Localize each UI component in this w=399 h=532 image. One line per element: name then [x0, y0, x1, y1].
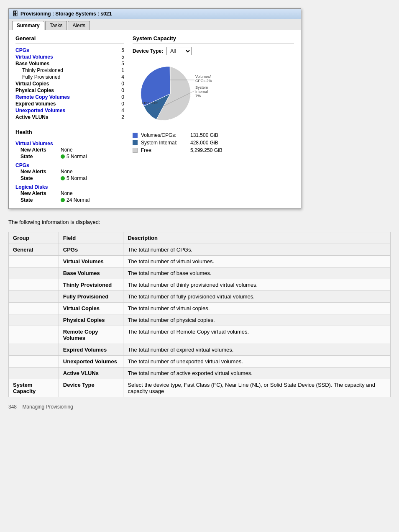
info-table: Group Field Description GeneralCPGsThe t… [8, 232, 391, 397]
table-cell-group [9, 303, 59, 314]
table-row: Unexported VolumesThe total number of un… [9, 356, 391, 368]
table-cell-group [9, 344, 59, 356]
device-type-select[interactable]: All FC NL SSD [166, 47, 192, 55]
table-cell-description: The total number of thinly provisioned v… [123, 279, 391, 291]
health-row: New Alerts None [15, 146, 124, 153]
stat-row: CPGs 5 [15, 47, 124, 54]
health-row: State 24 Normal [15, 197, 124, 203]
tab-summary[interactable]: Summary [12, 21, 44, 30]
table-cell-field: Virtual Volumes [59, 256, 123, 267]
table-cell-description: Select the device type, Fast Class (FC),… [123, 379, 391, 397]
stat-label-virtual-volumes[interactable]: Virtual Volumes [15, 54, 53, 60]
stat-label-unexported[interactable]: Unexported Volumes [15, 108, 65, 113]
legend-value-volumes: 131.500 GiB [190, 132, 218, 138]
health-section: Health Virtual Volumes New Alerts None S… [15, 129, 124, 203]
health-row: State 5 Normal [15, 175, 124, 182]
legend-name-volumes: Volumes/CPGs: [141, 132, 187, 138]
health-group-logical-disks: Logical Disks [15, 184, 124, 190]
pie-label-volumes-line1: Volumes/ [195, 75, 211, 79]
table-cell-description: The total number of unexported virtual v… [123, 356, 391, 368]
table-cell-field: Physical Copies [59, 314, 123, 326]
window-titlebar: 🗄 Provisioning : Storage Systems : s021 [9, 9, 301, 19]
table-cell-description: The total number of expired virtual volu… [123, 344, 391, 356]
pie-label-free: Free 90% [142, 101, 158, 105]
page-number: 348 [8, 404, 17, 410]
table-header-group: Group [9, 232, 59, 244]
table-cell-field: CPGs [59, 244, 123, 256]
table-cell-field: Virtual Copies [59, 303, 123, 314]
table-row: Thinly ProvisionedThe total number of th… [9, 279, 391, 291]
pie-chart-container: Free 90% Volumes/ CPGs 2% System Interna… [133, 60, 241, 127]
main-window: 🗄 Provisioning : Storage Systems : s021 … [8, 8, 301, 209]
health-label: New Alerts [20, 169, 58, 175]
table-row: Virtual VolumesThe total number of virtu… [9, 256, 391, 267]
stat-label-remote-copy[interactable]: Remote Copy Volumes [15, 94, 70, 100]
body-text: The following information is displayed: [8, 219, 391, 225]
legend-value-system: 428.000 GiB [190, 140, 218, 146]
system-capacity-title: System Capacity [133, 35, 294, 44]
health-label: State [20, 154, 58, 159]
table-row: GeneralCPGsThe total number of CPGs. [9, 244, 391, 256]
stat-value-base-volumes: 5 [112, 61, 124, 67]
pie-chart: Free 90% Volumes/ CPGs 2% System Interna… [133, 60, 216, 127]
stat-label-physical-copies: Physical Copies [15, 87, 54, 93]
table-cell-field: Expired Volumes [59, 344, 123, 356]
stat-value-expired: 0 [112, 101, 124, 107]
status-dot-green [61, 154, 65, 159]
stat-label-virtual-copies: Virtual Copies [15, 81, 49, 87]
stat-label-cpgs[interactable]: CPGs [15, 47, 29, 53]
health-label: New Alerts [20, 147, 58, 153]
health-value: None [61, 169, 73, 175]
legend-value-free: 5,299.250 GiB [190, 147, 223, 153]
tab-alerts[interactable]: Alerts [68, 21, 90, 30]
table-cell-field: Remote Copy Volumes [59, 326, 123, 344]
table-cell-description: The total number of virtual copies. [123, 303, 391, 314]
stat-row: Fully Provisioned 4 [15, 74, 124, 80]
page-footer: 348 Managing Provisioning [8, 404, 391, 410]
health-group-virtual-volumes: Virtual Volumes [15, 141, 124, 146]
stat-row: Active VLUNs 2 [15, 114, 124, 121]
stat-value-virtual-volumes: 5 [112, 54, 124, 60]
table-cell-group: System Capacity [9, 379, 59, 397]
device-type-label: Device Type: [133, 48, 163, 54]
tab-tasks[interactable]: Tasks [45, 21, 67, 30]
stat-row: Virtual Copies 0 [15, 80, 124, 87]
table-cell-description: The total number of active exported virt… [123, 368, 391, 379]
pie-label-system-line3: 7% [195, 94, 201, 98]
window-icon: 🗄 [12, 10, 18, 17]
window-title: Provisioning : Storage Systems : s021 [20, 11, 112, 17]
left-panel: General CPGs 5 Virtual Volumes 5 Base Vo… [15, 35, 124, 203]
stat-label-thinly: Thinly Provisioned [22, 67, 63, 73]
table-cell-description: The total number of physical copies. [123, 314, 391, 326]
stat-value-active-vluns: 2 [112, 114, 124, 120]
legend-color-system [133, 140, 138, 145]
table-cell-group [9, 256, 59, 267]
stat-row: Remote Copy Volumes 0 [15, 94, 124, 100]
legend-color-volumes [133, 133, 138, 138]
table-row: Physical CopiesThe total number of physi… [9, 314, 391, 326]
health-row: State 5 Normal [15, 153, 124, 160]
stat-value-virtual-copies: 0 [112, 81, 124, 87]
table-row: Active VLUNsThe total number of active e… [9, 368, 391, 379]
health-value: 5 Normal [61, 175, 87, 181]
stat-value-physical-copies: 0 [112, 87, 124, 93]
table-cell-group [9, 356, 59, 368]
health-row: New Alerts None [15, 168, 124, 175]
table-cell-group [9, 326, 59, 344]
stat-value-fully: 4 [112, 74, 124, 80]
stat-row: Thinly Provisioned 1 [15, 67, 124, 74]
health-label: State [20, 175, 58, 181]
table-cell-group: General [9, 244, 59, 256]
table-header-field: Field [59, 232, 123, 244]
stat-value-cpgs: 5 [112, 47, 124, 53]
stat-value-unexported: 4 [112, 108, 124, 113]
table-cell-description: The total number of Remote Copy virtual … [123, 326, 391, 344]
table-cell-description: The total number of fully provisioned vi… [123, 291, 391, 303]
table-cell-group [9, 368, 59, 379]
stat-label-base-volumes: Base Volumes [15, 61, 49, 67]
table-cell-group [9, 279, 59, 291]
stat-label-fully: Fully Provisioned [22, 74, 60, 80]
legend-name-system: System Internal: [141, 140, 187, 146]
legend-row: Volumes/CPGs: 131.500 GiB [133, 132, 294, 138]
stat-row: Virtual Volumes 5 [15, 54, 124, 60]
